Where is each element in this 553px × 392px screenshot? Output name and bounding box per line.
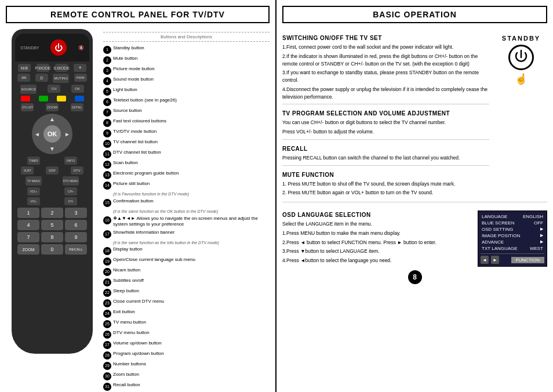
num-9-button[interactable]: 9 [65,232,87,242]
timer-button[interactable]: TIMER [27,157,40,165]
osd-label-bluescreen: BLUE SCREEN [482,220,514,226]
osd-right-icon[interactable]: ► [491,256,499,264]
disp-button[interactable]: DISP [46,166,59,175]
zoom-button-top[interactable]: ZOOM [46,103,59,111]
tv-menu-button[interactable]: TV MENU [26,176,42,186]
pmode-button[interactable]: P.MODE [37,64,49,72]
desc-text-22: Sleep button [113,288,270,294]
desc-item-2: 2 Mute button [103,56,270,64]
desc-item-3: 3 Picture mode button [103,66,270,75]
detail-button[interactable]: DETAIL [71,103,83,111]
green-button[interactable] [39,96,48,101]
osd-text-section: OSD LANGUAGE SELECTION Select the LANGUA… [282,206,472,267]
ch-minus-button[interactable]: CH- [64,197,77,205]
ok-small-button[interactable]: OK [71,85,84,93]
chlist-button[interactable]: CH LIST [21,103,34,111]
num-6-button[interactable]: 6 [65,220,87,230]
osd-label-language: LANGUAGE [482,214,507,219]
osd-row-advance: ADVANCE [481,239,544,245]
standby-power-icon [508,45,534,70]
osd-left-icon[interactable]: ◄ [481,256,489,264]
desc-num-1: 1 [103,46,111,54]
dtv-menu-button[interactable]: DTV MENU [63,176,79,186]
power-svg [512,49,530,66]
osd-icon-group: ◄ ► [481,256,499,264]
vol-plus-button[interactable]: VOL+ [27,187,40,195]
num-7-button[interactable]: 7 [17,232,39,242]
desc-item-4: 4 Sound mode button [103,77,270,85]
osd-step-2: 2.Press ◄ button to select FUNCTION menu… [282,239,472,246]
num-3-button[interactable]: 3 [65,208,87,218]
nav-right-button[interactable]: ► [64,131,70,137]
source-button[interactable]: SOURCE [20,85,37,94]
bb-button[interactable]: BB [17,74,30,82]
desc-text-2: Mute button [113,56,270,61]
desc-text-15: Confirmation button [113,198,270,204]
osd-step-1: 1.Press MENU button to make the main men… [282,230,472,237]
desc-text-24: Exit button [113,309,270,315]
subt-button[interactable]: SUBT [21,166,34,175]
vol-ch-row2: VOL- CH- [15,197,89,205]
osd-label-txtlang: TXT LANGUAGE [482,246,518,251]
remote-container: STANDBY ⏻ 🔇 M/B P.MODE S.MODE ☀ [6,29,99,392]
desc-text-8: Fast text coloured buttons [113,118,270,124]
nav-left-button[interactable]: ◄ [34,131,40,137]
remote-top-section: STANDBY ⏻ 🔇 [15,34,89,61]
number-pad: 1 2 3 4 5 6 7 8 9 ZOOM 0 RECALL [17,208,87,255]
dtv-button[interactable]: DTV [71,166,83,175]
desc-num-23: 23 [103,299,111,307]
desc-text-31: Recall button [113,382,270,388]
desc-text-6: Teletext button (see in page26) [113,97,270,103]
vol-minus-button[interactable]: VOL- [27,197,40,205]
standby-button[interactable]: ⏻ [50,39,67,56]
desc-item-27: 27 Volume up/down button [103,340,270,349]
light-button[interactable]: ☀ [74,64,86,72]
osd-value-txtlang: WEST [530,246,543,251]
blue-button[interactable] [75,96,84,101]
num-0-button[interactable]: 0 [41,244,63,255]
pwr-button[interactable]: PWR [74,74,87,82]
section-title-switching: SWITCHING ON/OFF THE TV SET [282,35,489,41]
section-text-switching-3: 3.If you want to exchange to standby sta… [282,69,489,84]
d-button[interactable]: D [35,74,48,82]
nav-down-button[interactable]: ▼ [49,146,55,152]
navigation-circle: ▲ ▼ ◄ ► OK [32,114,72,154]
osd-section: OSD LANGUAGE SELECTION Select the LANGUA… [282,206,547,267]
section-text-mute-1: 1. Press MUTE button to shut off the TV … [282,180,489,188]
right-content: SWITCHING ON/OFF THE TV SET 1.First, con… [282,29,547,198]
ch-button[interactable]: CH [48,85,60,93]
desc-num-17: 17 [103,230,111,238]
standby-label-remote: STANDBY [20,46,39,50]
smode-button[interactable]: S.MODE [55,64,68,72]
recall-button[interactable]: RECALL [65,244,87,255]
desc-item-26: 26 DTV menu button [103,330,270,339]
tv-dtv-row: CH LIST ZOOM DETAIL [15,103,89,111]
red-button[interactable] [21,96,30,101]
yellow-button[interactable] [57,96,66,101]
desc-item-16: 16 ❖▲▼◄► Allows you to navigate the on-s… [103,216,270,228]
osd-value-bluescreen: OFF [534,220,543,226]
desc-num-8: 8 [103,119,111,127]
desc-text-13: Electronic program guide button [113,170,270,176]
desc-num-13: 13 [103,171,111,179]
zoom-bottom-button[interactable]: ZOOM [17,244,39,255]
nav-up-button[interactable]: ▲ [49,116,55,122]
desc-text-21: Subtitles on/off [113,278,270,284]
num-1-button[interactable]: 1 [17,208,39,218]
num-2-button[interactable]: 2 [41,208,63,218]
osd-visual-section: LANGUAGE ENGLISH BLUE SCREEN OFF OSD SET… [478,206,547,267]
muting-button[interactable]: MUTING [53,74,69,83]
divider-2 [282,139,489,140]
num-5-button[interactable]: 5 [41,220,63,230]
desc-num-10: 10 [103,140,111,148]
ch-plus-button[interactable]: CH+ [64,187,77,195]
info-button[interactable]: INFO [64,157,77,165]
osd-row-language: LANGUAGE ENGLISH [481,213,544,220]
num-4-button[interactable]: 4 [17,220,39,230]
mb-button[interactable]: M/B [18,64,31,72]
divider-3 [282,165,489,166]
ok-button[interactable]: OK [43,125,61,143]
desc-text-20: Nicam button [113,267,270,273]
desc-text-17: Show/hide information banner [113,230,270,235]
num-8-button[interactable]: 8 [41,232,63,242]
